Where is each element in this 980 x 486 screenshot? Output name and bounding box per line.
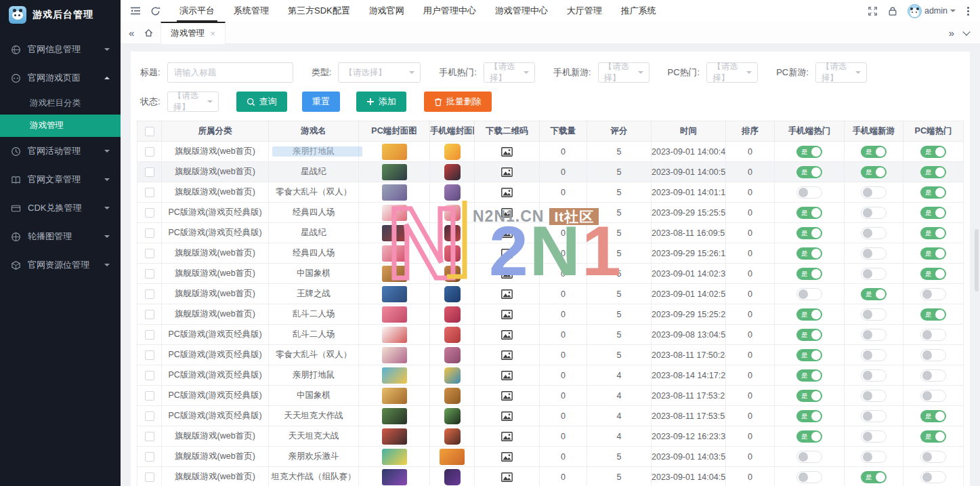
nav-item-promotion-system[interactable]: 推广系统	[612, 0, 666, 22]
search-button[interactable]: 查询	[236, 92, 287, 112]
mobile-hot-toggle[interactable]: 是	[796, 329, 822, 341]
mobile-new-toggle[interactable]: 是	[861, 471, 887, 483]
row-checkbox[interactable]	[145, 330, 154, 340]
pc-hot-toggle[interactable]: 否	[920, 349, 946, 361]
pc-cover-thumbnail[interactable]	[382, 225, 407, 241]
mobile-hot-toggle[interactable]: 是	[796, 308, 822, 321]
mobile-new-filter-select[interactable]: 【请选择】	[598, 62, 649, 83]
sidebar-item-site-game-pages[interactable]: 官网游戏页面	[0, 64, 121, 92]
mobile-hot-filter-select[interactable]: 【请选择】	[484, 62, 535, 83]
pc-cover-thumbnail[interactable]	[382, 428, 407, 445]
pc-cover-thumbnail[interactable]	[382, 164, 407, 180]
menu-fold-icon[interactable]	[130, 6, 141, 16]
mobile-hot-toggle[interactable]: 是	[796, 268, 822, 280]
sidebar-item-site-activity-management[interactable]: 官网活动管理	[0, 137, 121, 165]
pc-hot-toggle[interactable]: 是	[920, 410, 946, 422]
mobile-cover-thumbnail[interactable]	[444, 347, 461, 363]
mobile-cover-thumbnail[interactable]	[444, 164, 461, 180]
pc-hot-toggle[interactable]: 是	[920, 430, 946, 443]
row-checkbox[interactable]	[145, 167, 154, 177]
mobile-hot-toggle[interactable]: 是	[796, 410, 822, 422]
pc-hot-filter-select[interactable]: 【请选择】	[706, 62, 758, 83]
row-checkbox[interactable]	[145, 188, 154, 197]
type-filter-select[interactable]: 【请选择】	[338, 62, 421, 83]
mobile-cover-thumbnail[interactable]	[444, 408, 461, 424]
pc-hot-toggle[interactable]: 是	[920, 166, 946, 178]
user-menu[interactable]: admin	[908, 4, 956, 18]
pc-hot-toggle[interactable]: 是	[920, 207, 946, 219]
mobile-hot-toggle[interactable]: 是	[796, 349, 822, 361]
nav-item-third-party-sdk-config[interactable]: 第三方SDK配置	[278, 0, 360, 22]
nav-item-user-management-center[interactable]: 用户管理中心	[414, 0, 486, 22]
nav-item-game-management-center[interactable]: 游戏管理中心	[486, 0, 557, 22]
mobile-hot-toggle[interactable]: 是	[796, 227, 822, 239]
sidebar-item-cdk-exchange-management[interactable]: CDK兑换管理	[0, 194, 121, 222]
mobile-cover-thumbnail[interactable]	[444, 144, 461, 160]
tabs-scroll-right-icon[interactable]: »	[946, 27, 957, 39]
lock-icon[interactable]	[888, 6, 897, 16]
tabs-menu-chevron-icon[interactable]	[962, 28, 970, 35]
nav-item-game-website[interactable]: 游戏官网	[360, 0, 414, 22]
nav-item-demo-platform[interactable]: 演示平台	[170, 0, 224, 22]
row-checkbox[interactable]	[145, 147, 154, 157]
mobile-new-toggle[interactable]: 否	[861, 369, 887, 382]
pc-hot-toggle[interactable]: 是	[920, 146, 946, 158]
pc-hot-toggle[interactable]: 否	[920, 451, 946, 463]
mobile-new-toggle[interactable]: 否	[861, 410, 887, 422]
pc-cover-thumbnail[interactable]	[382, 408, 407, 424]
pc-new-filter-select[interactable]: 【请选择】	[815, 62, 867, 83]
mobile-hot-toggle[interactable]: 是	[796, 166, 822, 178]
mobile-hot-toggle[interactable]: 是	[796, 247, 822, 260]
select-all-checkbox[interactable]	[145, 127, 154, 136]
mobile-hot-toggle[interactable]: 否	[796, 471, 822, 483]
row-checkbox[interactable]	[145, 208, 154, 218]
pc-hot-toggle[interactable]: 是	[920, 186, 946, 199]
pc-cover-thumbnail[interactable]	[382, 286, 407, 302]
pc-hot-toggle[interactable]: 是	[920, 268, 946, 280]
mobile-cover-thumbnail[interactable]	[444, 327, 461, 343]
mobile-new-toggle[interactable]: 否	[861, 390, 887, 402]
pc-hot-toggle[interactable]: 是	[920, 308, 946, 321]
pc-cover-thumbnail[interactable]	[382, 327, 407, 343]
refresh-icon[interactable]	[150, 6, 161, 16]
tab-game-management[interactable]: 游戏管理 ×	[161, 22, 226, 44]
mobile-new-toggle[interactable]: 否	[861, 451, 887, 463]
pc-cover-thumbnail[interactable]	[382, 266, 407, 282]
sidebar-subitem-game-column-category[interactable]: 游戏栏目分类	[0, 92, 121, 115]
mobile-cover-thumbnail[interactable]	[444, 367, 461, 384]
sidebar-item-carousel-management[interactable]: 轮播图管理	[0, 222, 121, 251]
sidebar-item-site-info-management[interactable]: 官网信息管理	[0, 35, 121, 64]
nav-item-system-management[interactable]: 系统管理	[224, 0, 278, 22]
pc-hot-toggle[interactable]: 是	[920, 247, 946, 260]
mobile-cover-thumbnail[interactable]	[444, 266, 461, 282]
mobile-cover-thumbnail[interactable]	[444, 286, 461, 302]
row-checkbox[interactable]	[145, 350, 154, 360]
sidebar-item-site-resource-management[interactable]: 官网资源位管理	[0, 251, 121, 279]
pc-cover-thumbnail[interactable]	[382, 449, 407, 465]
mobile-cover-thumbnail[interactable]	[440, 449, 465, 465]
mobile-new-toggle[interactable]: 是	[861, 288, 887, 300]
mobile-cover-thumbnail[interactable]	[444, 205, 461, 221]
sidebar-subitem-game-management[interactable]: 游戏管理	[0, 115, 121, 137]
mobile-hot-toggle[interactable]: 否	[796, 451, 822, 463]
row-checkbox[interactable]	[145, 452, 154, 462]
pc-cover-thumbnail[interactable]	[382, 245, 407, 262]
mobile-new-toggle[interactable]: 是	[861, 166, 887, 178]
mobile-new-toggle[interactable]: 否	[861, 349, 887, 361]
pc-hot-toggle[interactable]: 否	[920, 329, 946, 341]
row-checkbox[interactable]	[145, 371, 154, 380]
vertical-scrollbar-thumb[interactable]	[975, 229, 979, 291]
mobile-cover-thumbnail[interactable]	[444, 428, 461, 445]
pc-hot-toggle[interactable]: 是	[920, 227, 946, 239]
row-checkbox[interactable]	[145, 472, 154, 482]
row-checkbox[interactable]	[145, 228, 154, 238]
pc-hot-toggle[interactable]: 否	[920, 471, 946, 483]
mobile-new-toggle[interactable]: 否	[861, 186, 887, 199]
mobile-cover-thumbnail[interactable]	[444, 306, 461, 323]
tab-close-icon[interactable]: ×	[210, 28, 215, 39]
row-checkbox[interactable]	[145, 289, 154, 299]
pc-cover-thumbnail[interactable]	[382, 469, 407, 485]
row-checkbox[interactable]	[145, 249, 154, 258]
row-checkbox[interactable]	[145, 269, 154, 279]
mobile-hot-toggle[interactable]: 是	[796, 390, 822, 402]
